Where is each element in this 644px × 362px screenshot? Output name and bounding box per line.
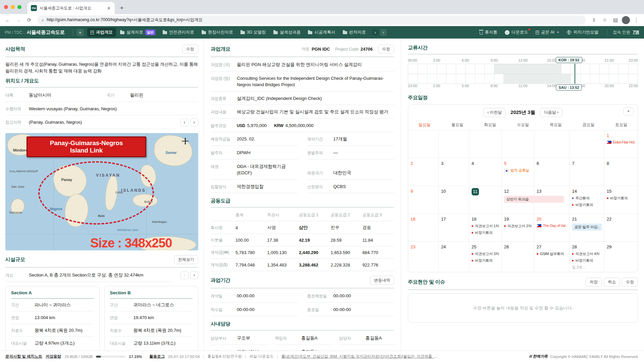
calendar-event-more[interactable]: 및 2개... — [572, 265, 601, 270]
field-row: 과업종류설계감리_IDC (Independent Design Check) — [211, 92, 394, 105]
navbar-item-위치기반모델[interactable]: 위치기반모델 — [567, 29, 598, 35]
new-tab-button[interactable]: + — [117, 4, 126, 12]
nav-tab-3D 모델링[interactable]: 3D 모델링 — [237, 28, 269, 37]
calendar-day-7[interactable]: 7 — [570, 158, 604, 186]
next-arrow-button[interactable]: › — [190, 271, 198, 279]
navbar-item-다운로드[interactable]: ↓다운로드 — [505, 29, 528, 35]
url-bar[interactable]: ⌕ http://gsim.hanmaceng.co.kr:7000/highw… — [38, 15, 586, 25]
timeline-cell — [408, 74, 418, 83]
취소-button[interactable]: 취소 — [604, 278, 620, 287]
next-month-button[interactable]: 다음달 › — [540, 108, 562, 117]
nav-tab-설계성과품[interactable]: 설계성과품 — [270, 28, 304, 37]
nav-tab-런처자료[interactable]: 런처자료 — [339, 28, 369, 37]
purpose-edit-button[interactable]: 수정 — [182, 45, 198, 54]
field-value: 2025. 02. — [237, 136, 255, 142]
nav-tab-과업개요[interactable]: 과업개요 — [87, 28, 116, 37]
calendar-event[interactable]: The Day of Val.. — [537, 224, 567, 228]
trash-icon — [480, 31, 483, 35]
change-history-button[interactable]: 변동내역 — [370, 276, 394, 285]
calendar-day-16[interactable]: 16 — [408, 214, 439, 242]
add-event-button[interactable]: + — [623, 107, 634, 115]
minimize-window-button[interactable] — [11, 5, 15, 9]
calendar-day-2[interactable]: 2 — [408, 158, 439, 186]
calendar-day-9[interactable]: 9 — [408, 186, 439, 214]
calendar-event[interactable]: 비정기회의 — [472, 258, 499, 263]
browser-tab[interactable]: PM 서울세종고속도로 : 사업개요 ✕ — [28, 2, 115, 14]
calendar-event[interactable]: Eidul-Fitar Hol. — [607, 140, 635, 144]
calendar-event-band[interactable]: 상반기 워크숍 — [504, 196, 564, 203]
activity-log-link[interactable]: 활동로그 — [149, 354, 165, 359]
calendar-day-23[interactable]: 23 — [408, 242, 439, 272]
calendar-day-29[interactable]: 29 — [604, 242, 638, 272]
nav-tab-설계자료[interactable]: 설계자료일반 — [117, 28, 159, 37]
calendar-event[interactable]: 의견보고서 2차 — [504, 224, 532, 229]
maximize-window-button[interactable] — [17, 5, 21, 9]
calendar-day-6[interactable]: 6 — [534, 158, 570, 186]
수정-button[interactable]: 수정 — [622, 278, 638, 287]
calendar-day-12[interactable]: 12상반기 워크숍 — [502, 186, 534, 214]
calendar-day-20[interactable]: 20The Day of Val.. — [534, 214, 570, 242]
calendar-day-8[interactable]: 8 — [604, 158, 638, 186]
bookmark-star-icon[interactable]: ☆ — [600, 16, 609, 24]
calendar-day-24[interactable]: 24 — [439, 242, 469, 272]
저장-button[interactable]: 저장 — [586, 278, 602, 287]
prev-arrow-button[interactable]: ‹ — [180, 118, 189, 126]
issues-textarea[interactable]: 수정 버튼을 눌러 내용을 작성 및 수정 할 수 있습니다. — [408, 293, 638, 323]
calendar-day-4[interactable]: 4 — [469, 158, 502, 186]
calendar-day-11[interactable]: 11 — [469, 186, 502, 214]
calendar-event[interactable]: 의견보고서 3차 — [472, 251, 499, 256]
prev-arrow-button[interactable]: ‹ — [180, 271, 189, 279]
calendar-day-25[interactable]: 25의견보고서 3차비정기회의 — [469, 242, 502, 272]
calendar-day-1[interactable]: 1Eidul-Fitar Hol. — [604, 130, 638, 158]
back-icon[interactable]: ← — [3, 16, 12, 24]
tab-close-icon[interactable]: ✕ — [106, 6, 111, 11]
view-all-button[interactable]: 전체보기 — [174, 255, 198, 264]
calendar-day-14[interactable]: 14주간회의비정기회의 — [570, 186, 604, 214]
calendar-event[interactable]: 비정기회의 — [572, 202, 601, 207]
file-path-link[interactable]: 홈/손제건/국도부_건설산업_BIM_시행지침·유지관리자편(안)의견조회/(붙… — [281, 354, 439, 359]
calendar-day-21[interactable]: 21공문 발주 마감.. — [570, 214, 604, 242]
add-tab-button[interactable]: + — [76, 29, 84, 36]
task-edit-button[interactable]: 수정 — [378, 45, 394, 54]
share-icon[interactable]: ⇪ — [590, 16, 598, 24]
calendar-day-5[interactable]: 5법적 공휴일 — [502, 158, 534, 186]
inquiries-patchnotes-link[interactable]: 문의사항 및 패치노트 — [5, 354, 42, 359]
nav-tab-현장사진자료[interactable]: 현장사진자료 — [198, 28, 236, 37]
scroll-tabs-right-icon[interactable]: › — [380, 29, 387, 36]
profile-avatar[interactable] — [622, 16, 630, 24]
browser-menu-icon[interactable]: ⋮ — [632, 16, 641, 24]
nav-tab-안전관리자료[interactable]: 안전관리자료 — [159, 28, 198, 37]
forward-icon[interactable]: → — [14, 16, 23, 24]
calendar-event[interactable]: 비정기회의 — [572, 258, 601, 263]
calendar-event[interactable]: 의견보고서 1차 — [472, 224, 499, 229]
side-panel-icon[interactable]: ▤ — [611, 16, 620, 24]
url-text: http://gsim.hanmaceng.co.kr:7000/highway… — [47, 17, 203, 23]
navbar-item-공문 AI[interactable]: 공문 AI✦ — [536, 29, 560, 35]
calendar-day-22[interactable]: 22 — [604, 214, 638, 242]
calendar-day-10[interactable]: 10 — [439, 186, 469, 214]
calendar-event[interactable]: 법적 공휴일 — [504, 168, 532, 173]
close-window-button[interactable] — [4, 5, 8, 9]
calendar-day-27[interactable]: 27GSIM 업무회의 — [534, 242, 570, 272]
calendar-day-3[interactable]: 3 — [439, 158, 469, 186]
field-담당자: 담당자홍길동A — [275, 345, 330, 351]
prev-month-button[interactable]: ‹ 이전달 — [483, 108, 506, 117]
calendar-day-26[interactable]: 26 — [502, 242, 534, 272]
calendar-day-18[interactable]: 18의견보고서 1차비정기회의 — [469, 214, 502, 242]
navbar-item-휴지통[interactable]: 휴지통 — [480, 29, 497, 35]
nav-tab-시공계획서[interactable]: 시공계획서 — [305, 28, 339, 37]
reload-icon[interactable]: ⟳ — [25, 16, 34, 24]
calendar-day-28[interactable]: 28의견보고서 4차비정기회의및 2개... — [570, 242, 604, 272]
calendar-event[interactable]: 비정기회의 — [472, 230, 499, 235]
online-users[interactable]: 접속 인원 7명 — [607, 29, 639, 35]
calendar-event[interactable]: 주간회의 — [572, 196, 601, 201]
calendar-day-15[interactable]: 15비정기회의 — [604, 186, 638, 214]
calendar-event[interactable]: 비정기회의 — [607, 196, 635, 201]
scroll-tabs-left-icon[interactable]: ‹ — [372, 29, 379, 36]
calendar-event-band[interactable]: 공문 발주 마감.. — [572, 224, 601, 231]
next-arrow-button[interactable]: › — [190, 118, 198, 126]
calendar-event[interactable]: 의견보고서 4차 — [572, 251, 601, 256]
calendar-event[interactable]: GSIM 업무회의 — [537, 251, 567, 256]
calendar-day-17[interactable]: 17 — [439, 214, 469, 242]
calendar-day-19[interactable]: 19의견보고서 2차 — [502, 214, 534, 242]
